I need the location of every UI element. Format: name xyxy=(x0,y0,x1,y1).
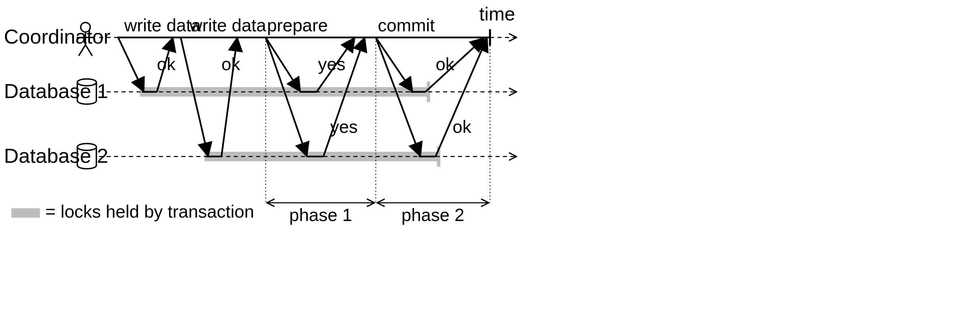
svg-point-13 xyxy=(77,79,96,86)
yes-2-label: yes xyxy=(330,117,358,137)
ok-3-label: ok xyxy=(436,54,455,74)
yes-1-label: yes xyxy=(318,54,346,74)
ok-2-label: ok xyxy=(221,54,240,74)
db1-lane: Database 1 xyxy=(4,79,515,104)
legend-text: = locks held by transaction xyxy=(45,202,254,222)
lock-bars xyxy=(140,82,440,167)
svg-line-27 xyxy=(266,37,300,91)
svg-line-23 xyxy=(118,37,143,91)
svg-rect-42 xyxy=(11,208,40,218)
legend: = locks held by transaction xyxy=(11,202,254,222)
prepare-label: prepare xyxy=(267,15,328,35)
two-phase-commit-diagram: Coordinator Database 1 Database 2 xyxy=(0,0,980,330)
commit-label: commit xyxy=(378,15,435,35)
write-data-2-label: write data xyxy=(189,15,266,35)
coordinator-label: Coordinator xyxy=(4,25,110,48)
phase-1-label: phase 1 xyxy=(289,205,352,225)
svg-line-31 xyxy=(375,37,412,91)
ok-4-label: ok xyxy=(453,117,472,137)
phase-2-label: phase 2 xyxy=(401,205,465,225)
svg-point-15 xyxy=(77,144,96,150)
message-labels: write data write data prepare commit ok … xyxy=(124,15,472,137)
ok-1-label: ok xyxy=(157,54,176,74)
time-axis-label: time xyxy=(479,3,515,24)
